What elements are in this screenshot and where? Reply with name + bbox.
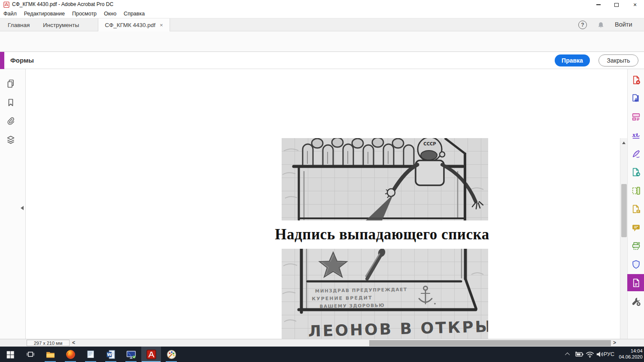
request-signatures-button[interactable] [631,204,641,214]
word-letter: W [107,352,112,357]
battery-status[interactable] [574,350,584,358]
tab-close-icon[interactable]: × [160,22,163,28]
export-pdf-button[interactable] [631,93,641,103]
tray-expand-button[interactable] [565,352,571,357]
menubar: Файл Редактирование Просмотр Окно Справк… [0,9,644,18]
sign-in-button[interactable]: Войти [615,21,632,28]
scroll-right-icon[interactable]: > [613,340,616,346]
taskbar-notepad[interactable] [81,347,100,362]
send-pdf-icon [631,167,641,177]
helmet-text: СССР [423,142,436,146]
export-excel-button[interactable]: x [631,130,641,140]
taskbar-computer[interactable] [121,347,141,362]
menu-edit[interactable]: Редактирование [24,11,65,17]
scan-ocr-button[interactable] [631,241,641,251]
fill-sign-pen-icon [631,149,641,159]
menu-view[interactable]: Просмотр [72,11,97,17]
forms-accent-stripe [0,52,4,69]
file-explorer-icon [45,349,56,360]
edit-pdf-button[interactable] [631,112,641,122]
screen: СФ_КГМК 4430.pdf - Adobe Acrobat Pro DC … [0,0,644,362]
task-view-icon [26,350,35,359]
taskbar-file-explorer[interactable] [40,347,60,362]
forms-edit-button[interactable]: Правка [555,54,590,66]
request-document-icon [631,204,641,214]
windows-logo-icon [6,350,15,359]
more-tools-button[interactable] [631,296,641,306]
toolbar: ☆ 1 / 1 300% [0,31,644,52]
paperclip-icon [6,116,16,126]
window-titlebar: СФ_КГМК 4430.pdf - Adobe Acrobat Pro DC … [0,0,644,9]
page-thumbnails-button[interactable] [6,78,16,89]
menu-window[interactable]: Окно [104,11,116,17]
window-close-button[interactable]: × [629,0,641,9]
organize-pages-icon [631,186,641,196]
chevron-up-icon [565,353,570,357]
paint-icon [166,349,177,360]
shield-icon [631,259,641,269]
scroll-left-icon[interactable]: < [72,340,75,346]
layers-button[interactable] [6,135,16,145]
document-viewport: СССР Надпись выпадающего списка [0,69,644,339]
window-title: СФ_КГМК 4430.pdf - Adobe Acrobat Pro DC [12,1,113,7]
taskbar-firefox[interactable] [61,347,80,362]
svg-text:x: x [632,131,636,138]
page-size-label: 297 x 210 мм [27,340,70,346]
bookmarks-button[interactable] [6,97,16,108]
tab-document[interactable]: СФ_КГМК 4430.pdf × [98,18,170,32]
clock[interactable]: 14:0404.06.2020 [618,348,643,360]
close-icon: × [633,2,637,8]
help-button[interactable]: ? [578,21,587,29]
volume-status[interactable] [595,350,605,358]
task-view-button[interactable] [21,347,40,362]
word-icon: W [106,349,116,360]
prepare-form-button-active[interactable] [631,278,641,288]
bell-icon[interactable] [597,21,605,29]
language-indicator[interactable]: РУС [604,351,614,357]
minimize-icon [596,4,601,5]
layers-icon [6,135,16,145]
clock-date: 04.06.2020 [619,354,642,360]
battery-icon [574,350,584,358]
pages-icon [6,78,16,89]
speaker-icon [595,350,605,358]
attachments-button[interactable] [6,116,16,126]
prepare-form-icon [631,278,641,288]
tab-tools[interactable]: Инструменты [43,18,79,32]
excel-sign-icon: x [631,130,641,140]
protect-pdf-button[interactable] [631,259,641,269]
acrobat-icon [146,349,157,360]
warning-line-2: КУРЕНИЕ ВРЕДИТ [312,295,372,302]
bookmark-icon [6,97,16,108]
taskbar-paint[interactable] [161,347,181,362]
hide-panel-button[interactable] [21,205,26,211]
collapse-left-icon [21,206,24,210]
menu-file[interactable]: Файл [3,11,17,17]
statusbar: 297 x 210 мм < > [0,339,644,347]
taskbar-acrobat-active[interactable] [141,347,161,362]
taskbar-word[interactable]: W [101,347,121,362]
scroll-up-icon[interactable] [622,142,626,144]
left-nav-rail [0,69,26,339]
pdf-heading: Надпись выпадающего списка [240,226,524,243]
edit-pdf-icon [631,112,641,122]
pdf-image-cosmonaut-matchbox-top: СССР [282,138,488,220]
comment-panel-button[interactable] [631,222,641,232]
forms-close-button[interactable]: Закрыть [598,54,638,66]
organize-pages-button[interactable] [631,185,641,196]
notepad-icon [85,349,96,359]
vertical-scrollbar-thumb[interactable] [621,184,627,237]
start-button[interactable] [0,347,20,362]
window-maximize-button[interactable] [610,0,623,9]
tab-home[interactable]: Главная [8,18,30,32]
vertical-scrollbar[interactable] [620,138,627,362]
create-pdf-button[interactable] [631,75,641,85]
more-tools-wrench-icon [631,296,641,306]
network-status[interactable] [585,350,595,358]
send-pdf-button[interactable] [631,167,641,177]
window-minimize-button[interactable] [592,0,605,9]
menu-help[interactable]: Справка [124,11,145,17]
create-pdf-icon [631,75,641,85]
fill-sign-button[interactable] [631,148,641,159]
horizontal-scrollbar-thumb[interactable] [369,340,611,346]
